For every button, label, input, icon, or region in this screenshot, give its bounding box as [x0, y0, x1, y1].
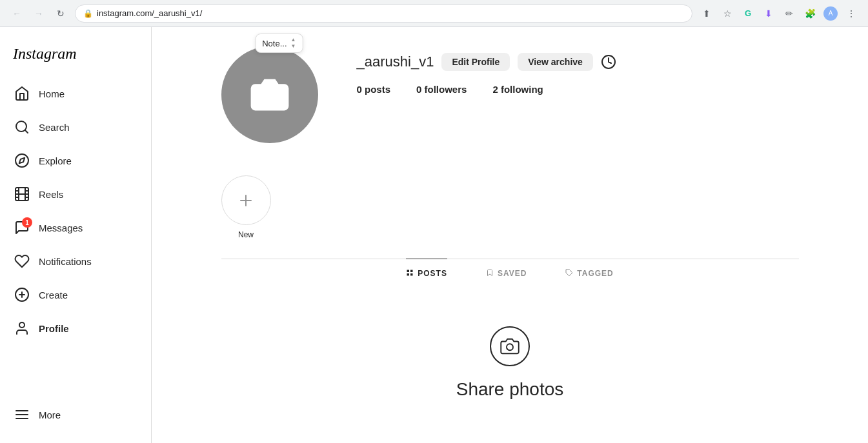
svg-point-2	[15, 154, 28, 167]
tab-posts[interactable]: POSTS	[406, 259, 447, 288]
instagram-logo[interactable]: Instagram	[0, 35, 151, 78]
new-highlight-label: New	[238, 230, 254, 239]
explore-icon	[14, 153, 30, 168]
sidebar-item-profile[interactable]: Profile	[5, 313, 146, 344]
profile-info: _aarushi_v1 Edit Profile View archive 0 …	[357, 46, 799, 105]
tagged-tab-icon	[565, 268, 573, 279]
view-archive-button[interactable]: View archive	[518, 53, 593, 71]
svg-rect-25	[407, 273, 410, 276]
chrome-user-avatar: A	[823, 6, 838, 21]
posts-stat[interactable]: 0 posts	[357, 84, 391, 95]
search-icon	[14, 119, 30, 135]
highlights-row: New	[221, 162, 799, 252]
arrow-down[interactable]: ▼	[291, 43, 296, 50]
explore-label: Explore	[39, 155, 72, 166]
sidebar-item-more[interactable]: More	[5, 399, 146, 430]
more-label: More	[39, 409, 61, 420]
profile-icon	[14, 320, 30, 336]
address-bar[interactable]: 🔒 instagram.com/_aarushi_v1/	[75, 5, 692, 23]
svg-rect-24	[410, 270, 413, 273]
browser-actions: ⬆ ☆ G ⬇ ✏ 🧩 A ⋮	[698, 5, 860, 23]
back-button[interactable]: ←	[8, 5, 26, 23]
tab-saved[interactable]: SAVED	[486, 259, 527, 288]
sidebar-item-reels[interactable]: Reels	[5, 179, 146, 210]
profile-username-row: _aarushi_v1 Edit Profile View archive	[357, 53, 799, 71]
sidebar-item-notifications[interactable]: Notifications	[5, 246, 146, 277]
saved-tab-icon	[486, 268, 494, 279]
create-label: Create	[39, 290, 68, 300]
extension-button[interactable]: ⬇	[760, 5, 778, 23]
url-text: instagram.com/_aarushi_v1/	[97, 8, 684, 18]
profile-stats: 0 posts 0 followers 2 following	[357, 84, 799, 95]
profile-avatar[interactable]	[221, 46, 318, 143]
app-container: Instagram Home Search Explore	[0, 27, 868, 443]
sidebar-nav: Home Search Explore Reels	[0, 78, 151, 399]
main-content: Note... ▲ ▼	[152, 27, 868, 443]
following-label: following	[501, 84, 543, 95]
profile-section: Note... ▲ ▼	[208, 27, 812, 426]
profile-avatar-container: Note... ▲ ▼	[221, 46, 318, 143]
new-highlight-circle	[221, 175, 271, 225]
svg-line-1	[25, 130, 28, 133]
bookmark-button[interactable]: ☆	[718, 5, 736, 23]
edit-profile-button[interactable]: Edit Profile	[441, 53, 510, 71]
menu-button[interactable]: ⋮	[842, 5, 860, 23]
screenshot-button[interactable]: ⬆	[698, 5, 716, 23]
posts-tab-label: POSTS	[418, 269, 447, 278]
posts-tab-icon	[406, 268, 414, 279]
following-stat[interactable]: 2 following	[492, 84, 543, 95]
svg-rect-23	[407, 270, 410, 273]
sidebar-bottom: More	[0, 399, 151, 435]
empty-posts: Share photos	[221, 288, 799, 426]
tab-tagged[interactable]: TAGGED	[565, 259, 613, 288]
sidebar-item-search[interactable]: Search	[5, 112, 146, 143]
nav-buttons: ← → ↻	[8, 5, 70, 23]
arrow-up[interactable]: ▲	[291, 37, 296, 43]
sidebar-item-home[interactable]: Home	[5, 78, 146, 109]
note-arrows: ▲ ▼	[291, 37, 296, 50]
notifications-label: Notifications	[39, 256, 92, 267]
posts-label: posts	[365, 84, 390, 95]
lock-icon: 🔒	[83, 9, 93, 18]
reels-label: Reels	[39, 189, 63, 200]
svg-point-15	[19, 322, 25, 328]
posts-count: 0	[357, 84, 362, 95]
browser-chrome: ← → ↻ 🔒 instagram.com/_aarushi_v1/ ⬆ ☆ G…	[0, 0, 868, 27]
home-icon	[14, 86, 30, 101]
notifications-icon	[14, 253, 30, 269]
note-tooltip[interactable]: Note... ▲ ▼	[255, 34, 303, 53]
empty-camera-icon	[490, 326, 530, 366]
note-text: Note...	[262, 39, 287, 48]
forward-button[interactable]: →	[30, 5, 48, 23]
reload-button[interactable]: ↻	[52, 5, 70, 23]
messages-label: Messages	[39, 222, 83, 233]
create-icon	[14, 287, 30, 302]
tagged-tab-label: TAGGED	[577, 269, 613, 278]
home-label: Home	[39, 88, 65, 99]
messages-icon: 1	[14, 220, 30, 235]
grammarly-icon[interactable]: G	[739, 5, 757, 23]
followers-stat[interactable]: 0 followers	[416, 84, 467, 95]
profile-tabs: POSTS SAVED TAGGED	[221, 259, 799, 288]
reels-icon	[14, 186, 30, 202]
sidebar-item-explore[interactable]: Explore	[5, 145, 146, 176]
profile-button[interactable]: A	[822, 5, 840, 23]
sidebar: Instagram Home Search Explore	[0, 27, 152, 443]
settings-button[interactable]	[601, 54, 616, 70]
saved-tab-label: SAVED	[498, 269, 527, 278]
profile-label: Profile	[39, 323, 69, 334]
empty-title: Share photos	[456, 379, 564, 400]
new-highlight[interactable]: New	[221, 175, 271, 239]
profile-header: Note... ▲ ▼	[221, 46, 799, 143]
pen-button[interactable]: ✏	[780, 5, 798, 23]
svg-point-28	[507, 344, 513, 350]
svg-rect-26	[410, 273, 413, 276]
sidebar-item-create[interactable]: Create	[5, 279, 146, 310]
more-icon	[14, 407, 30, 422]
svg-marker-3	[19, 158, 25, 163]
profile-username: _aarushi_v1	[357, 54, 434, 70]
messages-badge: 1	[22, 217, 32, 228]
puzzle-button[interactable]: 🧩	[801, 5, 819, 23]
sidebar-item-messages[interactable]: 1 Messages	[5, 212, 146, 243]
followers-label: followers	[425, 84, 467, 95]
